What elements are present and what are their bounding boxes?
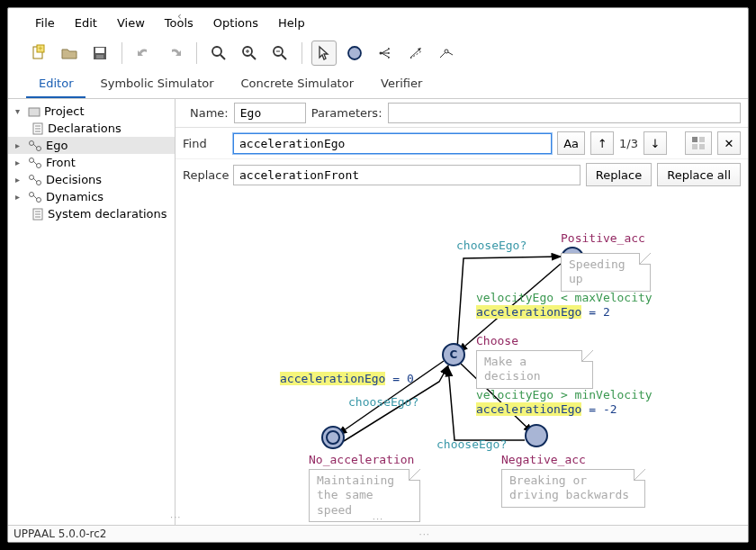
location-tool[interactable] xyxy=(342,41,367,66)
menu-file[interactable]: File xyxy=(26,14,64,32)
main-area: ▾ Project Declarations ▸ Ego ▸ Front ▸ xyxy=(8,99,748,525)
tree-root[interactable]: ▾ Project xyxy=(8,103,175,120)
sidebar-split-handle[interactable]: ··· xyxy=(170,512,182,522)
template-icon xyxy=(28,191,42,203)
guard-pos: velocityEgo < maxVelocity xyxy=(476,291,652,304)
svg-point-40 xyxy=(30,175,34,179)
chevron-right-icon: ▸ xyxy=(15,175,24,185)
collapse-handle[interactable]: ‹ xyxy=(176,8,184,24)
state-label-negative: Negative_acc xyxy=(501,453,586,466)
menu-view[interactable]: View xyxy=(108,14,154,32)
status-text: UPPAAL 5.0.0-rc2 xyxy=(14,527,107,540)
state-noaccel[interactable] xyxy=(321,426,345,449)
assign-neg: accelerationEgo = -2 xyxy=(476,402,617,416)
assign-pos: accelerationEgo = 2 xyxy=(476,305,610,319)
svg-point-15 xyxy=(348,47,361,59)
prev-match-button[interactable]: ↑ xyxy=(590,131,614,155)
next-match-button[interactable]: ↓ xyxy=(644,131,667,155)
split-handle-icon[interactable]: ··· xyxy=(373,514,384,524)
menu-help[interactable]: Help xyxy=(269,14,314,32)
template-icon xyxy=(28,174,42,186)
tab-concrete[interactable]: Concrete Simulator xyxy=(229,71,366,98)
svg-rect-51 xyxy=(699,137,705,142)
svg-rect-29 xyxy=(29,108,40,116)
svg-line-36 xyxy=(33,144,37,148)
automaton-canvas[interactable]: Choose Make a decision Positive_acc Spee… xyxy=(176,190,748,525)
text-icon xyxy=(32,208,44,221)
svg-line-42 xyxy=(33,178,37,182)
tree-item-dynamics[interactable]: ▸ Dynamics xyxy=(8,188,175,205)
highlight-icon xyxy=(691,136,706,150)
replace-button[interactable]: Replace xyxy=(586,163,652,186)
app-window: File Edit View Tools Options Help + xyxy=(7,7,749,543)
tree-label: Front xyxy=(46,156,76,169)
chevron-down-icon: ▾ xyxy=(15,106,24,116)
tree-item-front[interactable]: ▸ Front xyxy=(8,154,175,171)
svg-line-13 xyxy=(282,55,286,59)
state-choose[interactable] xyxy=(442,343,465,366)
replace-input[interactable] xyxy=(233,165,580,185)
undo-button[interactable] xyxy=(131,41,157,66)
svg-rect-52 xyxy=(692,144,698,149)
edge-tool[interactable] xyxy=(403,41,428,66)
editor-panel: ‹ Name: Parameters: Find Aa ↑ 1/3 ↓ ✕ xyxy=(176,99,748,525)
highlight-all-button[interactable] xyxy=(685,131,712,155)
state-desc-noaccel: Maintainingthe same speed xyxy=(309,469,420,522)
tab-editor[interactable]: Editor xyxy=(26,71,86,98)
state-desc-negative: Breaking ordriving backwards xyxy=(501,469,645,508)
zoom-in-button[interactable] xyxy=(237,41,262,66)
svg-point-37 xyxy=(30,158,34,162)
menu-edit[interactable]: Edit xyxy=(66,14,106,32)
sync-pos: chooseEgo? xyxy=(456,239,526,252)
state-desc-positive: Speeding up xyxy=(561,253,651,292)
select-tool[interactable] xyxy=(311,41,337,66)
svg-line-9 xyxy=(251,55,256,59)
chevron-right-icon: ▸ xyxy=(15,192,24,202)
template-icon xyxy=(28,140,42,152)
replace-bar: Replace Replace Replace all xyxy=(176,159,748,190)
replace-all-button[interactable]: Replace all xyxy=(657,163,741,186)
text-icon xyxy=(32,122,44,135)
redo-button[interactable] xyxy=(162,41,187,66)
tree-label: Ego xyxy=(46,139,68,152)
project-tree: ▾ Project Declarations ▸ Ego ▸ Front ▸ xyxy=(8,99,176,525)
statusbar: UPPAAL 5.0.0-rc2 ··· xyxy=(8,525,748,542)
zoom-fit-button[interactable] xyxy=(206,41,231,66)
state-label-positive: Positive_acc xyxy=(561,231,645,245)
svg-point-35 xyxy=(37,146,41,150)
svg-marker-21 xyxy=(388,52,390,54)
svg-line-17 xyxy=(382,49,390,53)
open-button[interactable] xyxy=(57,41,82,66)
sync-neg: chooseEgo? xyxy=(436,437,507,451)
replace-label: Replace xyxy=(183,168,228,182)
tab-verifier[interactable]: Verifier xyxy=(368,71,435,98)
save-button[interactable] xyxy=(87,41,112,66)
svg-line-39 xyxy=(33,161,37,165)
tree-item-decisions[interactable]: ▸ Decisions xyxy=(8,171,175,188)
name-input[interactable] xyxy=(234,103,306,123)
param-input[interactable] xyxy=(388,103,741,123)
new-button[interactable]: + xyxy=(26,41,51,66)
match-count: 1/3 xyxy=(619,137,638,150)
state-desc-choose: Make a decision xyxy=(476,350,593,389)
tree-item-declarations[interactable]: Declarations xyxy=(8,120,175,137)
name-label: Name: xyxy=(190,106,229,120)
find-input[interactable] xyxy=(233,133,552,154)
tree-item-ego[interactable]: ▸ Ego xyxy=(8,137,175,154)
nail-tool[interactable] xyxy=(434,41,459,66)
menu-options[interactable]: Options xyxy=(204,14,267,32)
template-icon xyxy=(28,157,42,169)
zoom-out-button[interactable] xyxy=(267,41,292,66)
tree-item-sysdecl[interactable]: System declarations xyxy=(8,205,175,222)
template-header: Name: Parameters: xyxy=(176,99,748,128)
split-handle-icon[interactable]: ··· xyxy=(107,529,742,539)
sync-no: chooseEgo? xyxy=(348,395,418,409)
match-case-button[interactable]: Aa xyxy=(557,131,585,155)
svg-rect-53 xyxy=(699,144,705,149)
svg-point-44 xyxy=(37,197,41,202)
close-find-button[interactable]: ✕ xyxy=(717,131,741,155)
tab-symbolic[interactable]: Symbolic Simulator xyxy=(87,71,226,98)
state-negative[interactable] xyxy=(525,424,548,447)
param-label: Parameters: xyxy=(311,106,382,120)
branch-tool[interactable] xyxy=(373,41,398,66)
